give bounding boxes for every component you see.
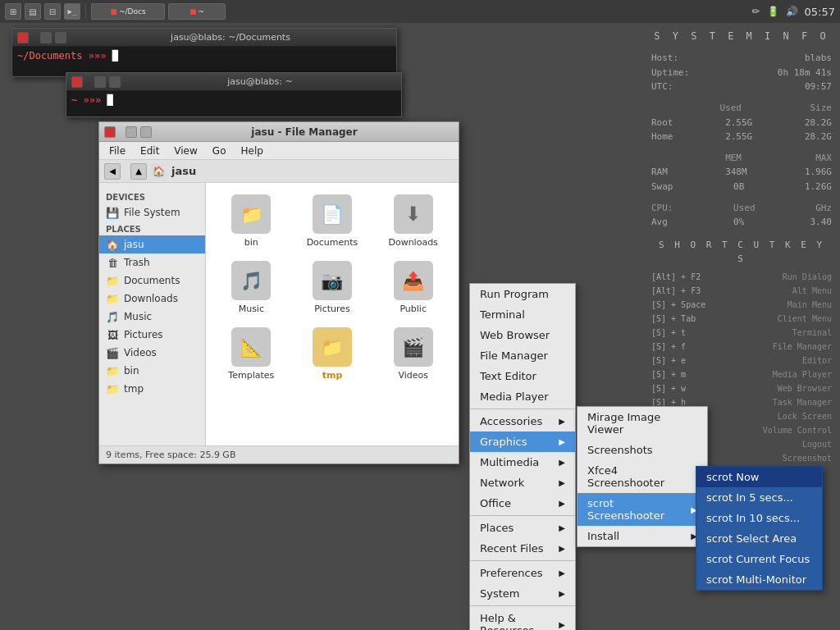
taskbar-icon-terminal[interactable]: ▶_ bbox=[64, 3, 80, 20]
utc-label: UTC: bbox=[651, 80, 673, 94]
ctx-graphics[interactable]: Graphics ▶ bbox=[470, 431, 575, 452]
ctx-preferences[interactable]: Preferences ▶ bbox=[470, 563, 575, 583]
fm-sidebar-downloads[interactable]: 📁 Downloads bbox=[99, 290, 205, 308]
sysinfo-title: S Y S T E M I N F O bbox=[651, 29, 832, 44]
root-used: 2.55G bbox=[725, 116, 752, 130]
taskbar-icon-2[interactable]: ▤ bbox=[25, 3, 41, 20]
taskbar: ⊞ ▤ ⊟ ▶_ ■~/Docs ■~ ✏ 🔋 🔊 05:57 bbox=[0, 0, 840, 23]
sub-xfce4[interactable]: Xfce4 Screenshooter bbox=[578, 460, 707, 493]
terminal-1-min[interactable] bbox=[40, 32, 52, 43]
ctx-office[interactable]: Office ▶ bbox=[470, 493, 575, 514]
scrot-10-secs[interactable]: scrot In 10 secs... bbox=[696, 508, 822, 528]
ctx-office-label: Office bbox=[480, 497, 511, 509]
ctx-accessories[interactable]: Accessories ▶ bbox=[470, 411, 575, 431]
ctx-text-editor[interactable]: Text Editor bbox=[470, 366, 575, 386]
fm-sidebar-documents[interactable]: 📁 Documents bbox=[99, 272, 205, 290]
terminal-1-cursor: █ bbox=[112, 50, 118, 62]
fm-back-button[interactable]: ◀ bbox=[104, 163, 121, 180]
taskbar-window-2[interactable]: ■~ bbox=[168, 3, 226, 20]
ctx-multimedia[interactable]: Multimedia ▶ bbox=[470, 452, 575, 472]
ctx-sep-3 bbox=[470, 560, 575, 561]
fm-status-text: 9 items, Free space: 25.9 GB bbox=[106, 450, 235, 460]
sub-mirage[interactable]: Mirage Image Viewer bbox=[578, 407, 707, 440]
scrot-5-secs[interactable]: scrot In 5 secs... bbox=[696, 487, 822, 508]
fm-minimize-button[interactable] bbox=[126, 126, 137, 138]
fm-file-templates-label: Templates bbox=[228, 370, 274, 381]
fm-toolbar: ◀ ▲ 🏠 jasu bbox=[99, 160, 459, 183]
terminal-1-max[interactable] bbox=[55, 32, 66, 43]
ctx-places[interactable]: Places ▶ bbox=[470, 518, 575, 538]
fm-sidebar-pictures[interactable]: 🖼 Pictures bbox=[99, 326, 205, 344]
scrot-current-focus[interactable]: scrot Current Focus bbox=[696, 549, 822, 569]
terminal-1-close[interactable] bbox=[17, 32, 29, 43]
fm-maximize-button[interactable] bbox=[140, 126, 152, 138]
battery-icon: 🔋 bbox=[767, 6, 779, 17]
terminal-1-prompt: ~/Documents bbox=[17, 50, 82, 62]
ctx-web-browser[interactable]: Web Browser bbox=[470, 325, 575, 345]
taskbar-icon-1[interactable]: ⊞ bbox=[5, 3, 21, 20]
fm-file-documents[interactable]: 📄 Documents bbox=[295, 191, 370, 251]
sysinfo-root-row: Root 2.55G 28.2G bbox=[651, 116, 832, 130]
uptime-label: Uptime: bbox=[651, 66, 689, 80]
terminal-2-titlebar: jasu@blabs: ~ bbox=[66, 73, 401, 91]
fm-file-public[interactable]: 📤 Public bbox=[376, 258, 450, 317]
fm-file-bin[interactable]: 📁 bin bbox=[214, 191, 289, 251]
fm-sidebar-trash[interactable]: 🗑 Trash bbox=[99, 253, 205, 272]
sub-screenshots[interactable]: Screenshots bbox=[578, 440, 707, 460]
fm-sidebar-videos[interactable]: 🎬 Videos bbox=[99, 344, 205, 362]
ctx-web-browser-label: Web Browser bbox=[480, 329, 550, 341]
terminal-2-close[interactable] bbox=[71, 76, 83, 88]
fm-menu-file[interactable]: File bbox=[103, 144, 132, 158]
sub-scrot-screenshooter[interactable]: scrot Screenshooter ▶ bbox=[578, 493, 707, 526]
fm-sidebar-filesystem[interactable]: 💾 File System bbox=[99, 203, 205, 221]
fm-up-button[interactable]: ▲ bbox=[130, 163, 147, 180]
fm-file-videos[interactable]: 🎬 Videos bbox=[376, 324, 450, 384]
fm-file-tmp[interactable]: 📁 tmp bbox=[295, 324, 370, 384]
taskbar-separator-1 bbox=[85, 4, 86, 19]
videos-label: Videos bbox=[124, 347, 157, 358]
ctx-recent-files[interactable]: Recent Files ▶ bbox=[470, 538, 575, 559]
taskbar-icon-3[interactable]: ⊟ bbox=[44, 3, 61, 20]
uptime-value: 0h 18m 41s bbox=[778, 66, 832, 80]
scrot-multi-monitor[interactable]: scrot Multi-Monitor bbox=[696, 569, 822, 590]
terminal-1-titlebar: jasu@blabs: ~/Documents bbox=[12, 29, 396, 47]
context-menu: Run Program Terminal Web Browser File Ma… bbox=[469, 283, 576, 630]
fm-menubar: File Edit View Go Help bbox=[99, 142, 459, 160]
fm-sidebar-jasu[interactable]: 🏠 jasu bbox=[99, 235, 205, 253]
terminal-2-max[interactable] bbox=[109, 76, 121, 88]
ctx-multimedia-arrow: ▶ bbox=[559, 458, 565, 467]
fm-menu-help[interactable]: Help bbox=[234, 144, 269, 158]
fm-file-music[interactable]: 🎵 Music bbox=[214, 258, 289, 317]
host-value: blabs bbox=[805, 51, 832, 66]
scrot-now[interactable]: scrot Now bbox=[696, 467, 822, 487]
fm-menu-go[interactable]: Go bbox=[206, 144, 233, 158]
ctx-system[interactable]: System ▶ bbox=[470, 583, 575, 604]
ctx-network[interactable]: Network ▶ bbox=[470, 472, 575, 493]
fm-file-downloads[interactable]: ⬇ Downloads bbox=[376, 191, 450, 251]
fm-file-templates[interactable]: 📐 Templates bbox=[214, 324, 289, 384]
fm-menu-edit[interactable]: Edit bbox=[134, 144, 166, 158]
ctx-media-player[interactable]: Media Player bbox=[470, 386, 575, 407]
fm-titlebar: jasu - File Manager bbox=[99, 122, 459, 142]
fm-sidebar-music[interactable]: 🎵 Music bbox=[99, 308, 205, 326]
ctx-network-arrow: ▶ bbox=[559, 478, 565, 487]
terminal-2-min[interactable] bbox=[94, 76, 106, 88]
ctx-run-program[interactable]: Run Program bbox=[470, 284, 575, 304]
ctx-help-resources[interactable]: Help & Resources ▶ bbox=[470, 608, 575, 630]
downloads-label: Downloads bbox=[124, 293, 178, 304]
scrot-select-area[interactable]: scrot Select Area bbox=[696, 528, 822, 549]
terminal-2-body[interactable]: ~ »»» █ bbox=[66, 91, 401, 109]
terminal-1-body[interactable]: ~/Documents »»» █ bbox=[12, 47, 396, 65]
fm-menu-view[interactable]: View bbox=[167, 144, 203, 158]
ctx-file-manager[interactable]: File Manager bbox=[470, 345, 575, 366]
fm-file-tmp-icon: 📁 bbox=[313, 327, 352, 367]
fm-sidebar-bin[interactable]: 📁 bin bbox=[99, 362, 205, 380]
fm-close-button[interactable] bbox=[104, 126, 116, 138]
terminal-1-title: jasu@blabs: ~/Documents bbox=[70, 32, 391, 43]
terminal-1-arrows: »»» bbox=[89, 50, 107, 62]
ctx-terminal[interactable]: Terminal bbox=[470, 304, 575, 325]
fm-file-pictures[interactable]: 📷 Pictures bbox=[295, 258, 370, 317]
fm-sidebar-tmp[interactable]: 📁 tmp bbox=[99, 380, 205, 398]
taskbar-window-1[interactable]: ■~/Docs bbox=[91, 3, 165, 20]
sub-install[interactable]: Install ▶ bbox=[578, 526, 707, 546]
